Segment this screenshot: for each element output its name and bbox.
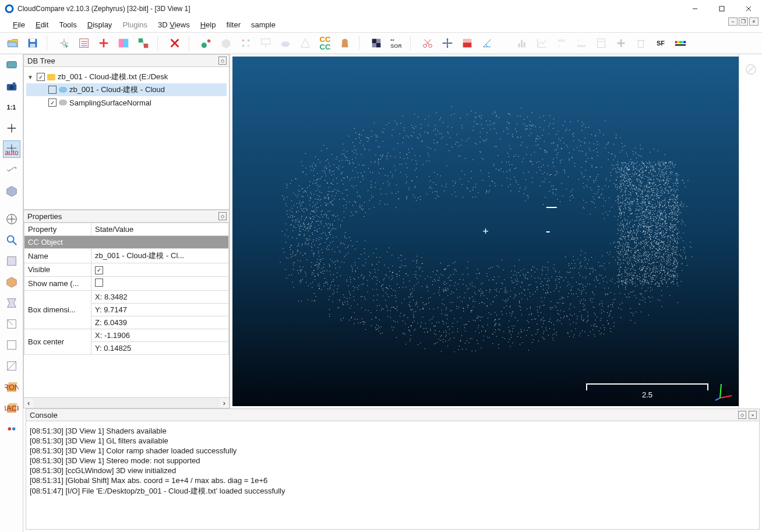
back-view-icon[interactable]: [3, 315, 20, 333]
save-icon[interactable]: [24, 35, 41, 51]
console-body[interactable]: [08:51:30] [3D View 1] Shaders available…: [26, 421, 760, 530]
properties-scrollbar[interactable]: ‹›: [24, 397, 229, 408]
tree-item-root[interactable]: ▼ zb_001 - Cloud-建模.txt (E:/Desk: [26, 71, 227, 83]
sf-filter-icon[interactable]: SF: [652, 35, 669, 51]
cccc-icon[interactable]: CCCC: [317, 35, 333, 51]
rotate-icon[interactable]: [3, 161, 20, 179]
svg-rect-39: [521, 40, 523, 48]
visible-checkbox[interactable]: [95, 266, 103, 274]
svg-line-77: [720, 384, 721, 398]
svg-rect-46: [678, 41, 680, 43]
pick-center-icon[interactable]: [3, 119, 20, 137]
move-icon[interactable]: [3, 210, 20, 228]
trace-icon[interactable]: [96, 35, 112, 51]
segment-icon[interactable]: [459, 35, 475, 51]
plus-icon[interactable]: [613, 35, 629, 51]
front-view-icon[interactable]: [3, 273, 20, 291]
console-popout-icon[interactable]: ◇: [738, 411, 746, 419]
one-to-one-icon[interactable]: 1:1: [3, 98, 20, 116]
point-list-icon[interactable]: [76, 35, 92, 51]
tree-label: zb_001 - Cloud-建模 - Cloud: [69, 84, 165, 95]
iso-view-icon[interactable]: [3, 182, 20, 200]
calc-icon[interactable]: [593, 35, 609, 51]
svg-marker-61: [6, 277, 16, 287]
right-toolbar: [739, 54, 762, 408]
prop-col-value: State/Value: [91, 223, 229, 236]
back-box-icon[interactable]: BACK: [3, 399, 20, 417]
cloud-icon[interactable]: [277, 35, 294, 51]
properties-header[interactable]: Properties ◇: [23, 210, 230, 223]
sandbox-icon[interactable]: [115, 35, 132, 51]
left-view-icon[interactable]: [3, 294, 20, 312]
bag-icon[interactable]: [337, 35, 353, 51]
top-view-icon[interactable]: [3, 252, 20, 270]
mesh-icon[interactable]: [297, 35, 313, 51]
menu-tools[interactable]: Tools: [54, 19, 81, 30]
view-all-icon[interactable]: [3, 57, 20, 74]
console-header[interactable]: Console ◇ ×: [26, 408, 760, 421]
sor-icon[interactable]: ••SOR: [388, 35, 404, 51]
right-view-icon[interactable]: [3, 336, 20, 354]
tree-item-cloud[interactable]: zb_001 - Cloud-建模 - Cloud: [26, 83, 227, 96]
dbtree-popout-icon[interactable]: ◇: [218, 57, 227, 65]
showname-checkbox[interactable]: [95, 279, 103, 287]
close-button[interactable]: [735, 0, 762, 17]
svg-rect-17: [124, 39, 128, 48]
checkbox-icon[interactable]: [48, 98, 57, 107]
tree-item-sampling[interactable]: SamplingSurfaceNormal: [26, 96, 227, 109]
min-icon[interactable]: min↓: [553, 35, 570, 51]
menu-sample[interactable]: sample: [246, 19, 280, 30]
3d-viewport[interactable]: + 2.5: [232, 57, 739, 406]
svg-point-26: [248, 45, 250, 47]
open-file-icon[interactable]: [5, 35, 21, 51]
maximize-button[interactable]: [708, 0, 735, 17]
svg-marker-22: [222, 39, 231, 49]
checker-icon[interactable]: [368, 35, 384, 51]
menu-3dviews[interactable]: 3D Views: [153, 19, 195, 30]
histogram-icon[interactable]: [514, 35, 530, 51]
console-close-icon[interactable]: ×: [749, 411, 757, 419]
menu-display[interactable]: Display: [83, 19, 117, 30]
max-icon[interactable]: ↑max: [573, 35, 590, 51]
sf-globe-icon[interactable]: [198, 35, 214, 51]
mdi-restore-button[interactable]: ❐: [739, 17, 748, 26]
menu-file[interactable]: FFileile: [8, 19, 30, 30]
align-icon[interactable]: [135, 35, 151, 51]
bottom-view-icon[interactable]: [3, 357, 20, 375]
prop-key: Visible: [24, 263, 91, 277]
menu-help[interactable]: Help: [196, 19, 221, 30]
menu-plugins[interactable]: Plugins: [118, 19, 152, 30]
checkbox-icon[interactable]: [37, 73, 45, 81]
color-ramp-icon[interactable]: [672, 35, 689, 51]
delete-icon[interactable]: [167, 35, 183, 51]
minimize-button[interactable]: [682, 0, 708, 17]
front-box-icon[interactable]: FRONT: [3, 378, 20, 396]
pick-icon[interactable]: [56, 35, 72, 51]
properties-popout-icon[interactable]: ◇: [218, 212, 227, 220]
mdi-minimize-button[interactable]: –: [728, 17, 738, 26]
camera-icon[interactable]: [3, 77, 20, 95]
primitive-icon[interactable]: [218, 35, 234, 51]
sample-icon[interactable]: [238, 35, 254, 51]
zoom-icon[interactable]: [3, 231, 20, 249]
auto-center-icon[interactable]: auto: [3, 140, 20, 158]
console-line: [08:51:30] [3D View 1] Color ramp shader…: [30, 446, 756, 456]
label-icon[interactable]: [257, 35, 274, 51]
angle-icon[interactable]: [479, 35, 495, 51]
svg-point-20: [202, 43, 207, 48]
chart-icon[interactable]: [534, 35, 550, 51]
svg-line-64: [7, 320, 12, 325]
dots-icon[interactable]: [3, 420, 20, 438]
translate-icon[interactable]: [439, 35, 456, 51]
dbtree-header[interactable]: DB Tree ◇: [23, 54, 230, 67]
svg-line-59: [13, 242, 16, 245]
svg-rect-18: [139, 38, 143, 43]
svg-rect-27: [262, 39, 270, 44]
menu-edit[interactable]: Edit: [31, 19, 53, 30]
menu-filter[interactable]: filter: [221, 19, 245, 30]
console-line: [08:51:30] [3D View 1] Shaders available: [30, 426, 756, 436]
trash-icon[interactable]: [633, 35, 649, 51]
checkbox-icon[interactable]: [48, 86, 57, 94]
mdi-close-button[interactable]: ×: [749, 17, 759, 26]
scissors-icon[interactable]: [419, 35, 436, 51]
